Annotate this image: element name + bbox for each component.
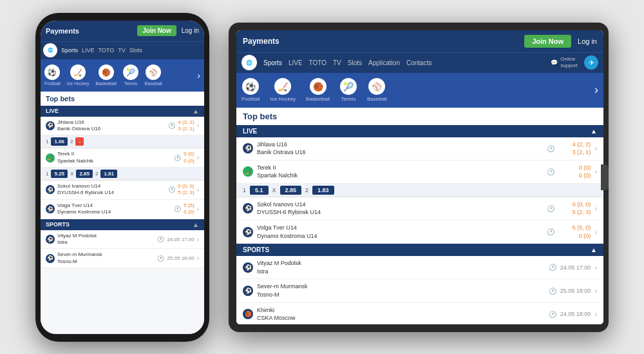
tablet-match-icon3: ⚽ xyxy=(243,203,253,213)
phone-live-label: LIVE xyxy=(46,108,59,114)
tablet-basketball-label: Basketball xyxy=(306,96,330,102)
table-row: 🏀 KhimkiCSKA Moscow 🕐 24.05 18:00 › xyxy=(236,303,603,324)
tablet-sport-icehockey[interactable]: 🏒 Ice Hockey xyxy=(270,78,296,102)
match-score4: 5 (5)0 (0) xyxy=(184,202,194,216)
online-support[interactable]: 💬 Onlinesupport xyxy=(551,56,578,68)
tablet-football-icon: ⚽ xyxy=(242,78,259,95)
tablet-match-teams2: Terek IISpartak Nalchik xyxy=(257,164,543,180)
table-row: ⚽ Volga Tver U14Dynamo Kostroma U14 🕐 5 … xyxy=(41,200,204,219)
table-row: ⚽ Sever-m MurmanskTosno-M 🕐 25.05 18:00 … xyxy=(41,249,204,268)
tablet-sports-arrow1[interactable]: › xyxy=(594,264,597,271)
phone-top-bets-title: Top bets xyxy=(41,92,204,106)
tablet-icehockey-icon: 🏒 xyxy=(274,78,291,95)
tablet-nav-tv[interactable]: TV xyxy=(333,59,341,66)
phone-nav-tv[interactable]: TV xyxy=(118,47,126,54)
tablet-clock-icon2: 🕐 xyxy=(547,168,554,175)
phone-nav-slots[interactable]: Slots xyxy=(129,47,142,54)
match-chevron-right2[interactable]: › xyxy=(197,154,199,161)
tablet-odds-row: 1 5.1 X 2.85 2 1.83 xyxy=(236,184,603,197)
phone-sport-basketball[interactable]: 🏀 Basketball xyxy=(96,64,117,86)
tablet-sports-teams1: Vityaz M PodolskIstra xyxy=(257,259,545,275)
tablet-sport-football[interactable]: ⚽ Football xyxy=(242,78,260,102)
tablet-nav-toto[interactable]: TOTO xyxy=(309,59,327,66)
tablet-sports-icon1: ⚽ xyxy=(243,262,253,273)
tablet-nav-slots[interactable]: Slots xyxy=(348,59,362,66)
match-chevron-right[interactable]: › xyxy=(197,122,199,129)
tablet-odds-btn-2[interactable]: 1.83 xyxy=(312,186,334,195)
table-row: ⚽ Jihlava U16Banik Ostrava U16 🕐 4 (2, 2… xyxy=(236,137,603,161)
tablet-clock-icon4: 🕐 xyxy=(547,228,554,235)
tablet-sports-time2: 25.05 18:00 xyxy=(560,288,591,294)
odds-btn-1b[interactable]: 5.25 xyxy=(51,170,68,178)
match-sport-icon5: ⚽ xyxy=(46,235,55,244)
tablet-top-bets-title: Top bets xyxy=(236,108,603,125)
tablet-sports-clock3: 🕐 xyxy=(549,311,556,318)
tablet-match-arrow1[interactable]: › xyxy=(594,144,597,152)
match-chevron-right6[interactable]: › xyxy=(197,255,199,262)
tablet-sports-arrow3[interactable]: › xyxy=(594,310,597,318)
phone-join-button[interactable]: Join Now xyxy=(137,25,176,36)
tablet-match-arrow2[interactable]: › xyxy=(594,168,597,175)
tablet-tennis-icon: 🎾 xyxy=(340,78,357,95)
phone-sport-baseball[interactable]: ⚾ Baseball xyxy=(145,64,162,86)
tablet-nav-contacts[interactable]: Contacts xyxy=(406,59,431,66)
table-row: ⚽ Volga Tver U14Dynamo Kostroma U14 🕐 5 … xyxy=(236,221,603,244)
sports-bar-chevron-right[interactable]: › xyxy=(197,70,200,81)
tablet-live-header: LIVE ▲ xyxy=(236,125,603,137)
phone-sport-football[interactable]: ⚽ Football xyxy=(44,64,61,86)
tablet-tennis-label: Tennis xyxy=(341,96,355,102)
tablet-match-score2: 0 (0)0 (0) xyxy=(558,164,591,180)
tablet-logo: 🌐 xyxy=(242,55,257,70)
match-score: 4 (2, 2)3 (2, 1) xyxy=(178,119,194,133)
match-score2: 0 (0)0 (0) xyxy=(184,151,194,164)
table-row: ⚽ Sokol Ivanovo U14DYUSSH-6 Rybinsk U14 … xyxy=(236,197,603,221)
tablet-odds-btn-x[interactable]: 2.85 xyxy=(280,186,302,195)
phone-logo: 🌐 xyxy=(43,43,57,57)
tablet-nav-live[interactable]: LIVE xyxy=(289,59,303,66)
tablet-nav-sports[interactable]: Sports xyxy=(263,59,282,66)
tablet-sports-time1: 24.05 17:00 xyxy=(560,264,591,271)
tablet-sports-label: SPORTS xyxy=(243,246,269,253)
tablet-join-button[interactable]: Join Now xyxy=(524,35,571,48)
tablet-sports-arrow2[interactable]: › xyxy=(594,287,597,295)
tablet-login-button[interactable]: Log in xyxy=(578,37,597,45)
tablet-baseball-icon: ⚾ xyxy=(368,78,385,95)
phone-sport-icehockey[interactable]: 🏒 Ice Hockey xyxy=(67,64,90,86)
tablet-nav-application[interactable]: Application xyxy=(368,59,400,66)
odds-btn-2b[interactable]: 1.81 xyxy=(100,170,117,178)
odds-btn-x[interactable]: 2.85 xyxy=(76,170,93,178)
tablet-match-arrow4[interactable]: › xyxy=(594,228,597,236)
match-chevron-right5[interactable]: › xyxy=(197,236,199,243)
baseball-icon: ⚾ xyxy=(146,64,161,80)
telegram-icon[interactable]: ✈ xyxy=(584,55,598,70)
clock-icon5: 🕐 xyxy=(157,236,164,242)
odds-btn-2[interactable]: - xyxy=(75,137,84,146)
phone-login-button[interactable]: Log in xyxy=(182,27,199,34)
phone-sports-bar: ⚽ Football 🏒 Ice Hockey 🏀 Basketball 🎾 T… xyxy=(41,59,204,92)
clock-icon3: 🕐 xyxy=(168,186,175,193)
tablet-match-icon1: ⚽ xyxy=(243,143,253,153)
phone-nav-toto[interactable]: TOTO xyxy=(99,47,115,54)
tablet-odds-btn-1[interactable]: 5.1 xyxy=(250,186,269,195)
match-chevron-right4[interactable]: › xyxy=(197,206,199,213)
match-sport-icon3: ⚽ xyxy=(46,185,55,194)
phone-nav-live[interactable]: LIVE xyxy=(82,47,95,54)
tablet-match-icon2: 🏒 xyxy=(243,166,253,177)
match-sport-icon4: ⚽ xyxy=(46,204,55,213)
phone-sport-tennis[interactable]: 🎾 Tennis xyxy=(123,64,138,86)
tablet-match-icon4: ⚽ xyxy=(243,227,253,237)
tablet-content: Top bets LIVE ▲ ⚽ Jihlava U16Banik Ostra… xyxy=(236,108,603,324)
odds-btn-1[interactable]: 1.06 xyxy=(51,137,68,146)
tablet-sports-clock2: 🕐 xyxy=(549,288,556,295)
support-label: Onlinesupport xyxy=(560,56,578,68)
match-sport-icon2: 🏒 xyxy=(46,153,55,162)
tablet-match-arrow3[interactable]: › xyxy=(594,204,597,212)
tablet-sport-baseball[interactable]: ⚾ Baseball xyxy=(367,78,387,102)
match-chevron-right3[interactable]: › xyxy=(197,186,199,193)
phone-screen: Payments Join Now Log in 🌐 Sports LIVE T… xyxy=(41,21,204,334)
tablet-sport-basketball[interactable]: 🏀 Basketball xyxy=(306,78,330,102)
phone-nav-sports[interactable]: Sports xyxy=(61,47,78,54)
tablet-sports-bar-chevron[interactable]: › xyxy=(594,83,598,97)
tablet-baseball-label: Baseball xyxy=(367,96,387,102)
tablet-sport-tennis[interactable]: 🎾 Tennis xyxy=(340,78,357,102)
